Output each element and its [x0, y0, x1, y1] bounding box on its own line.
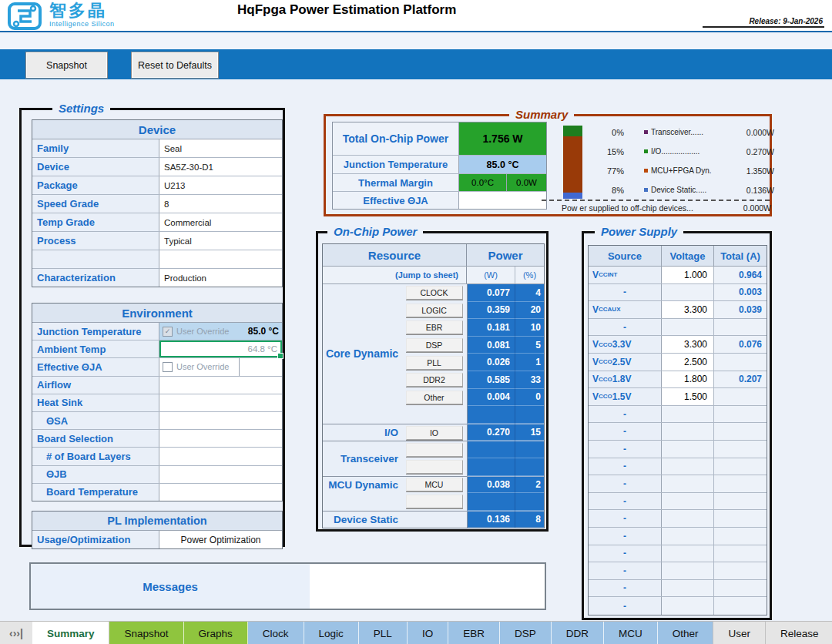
environment-row-value[interactable] [159, 430, 282, 447]
effective-oja-value[interactable] [239, 358, 282, 375]
device-row-value[interactable]: U213 [159, 176, 282, 194]
device-row [32, 250, 282, 269]
tab-logic[interactable]: Logic [304, 622, 359, 644]
device-row-value[interactable]: Production [159, 269, 282, 287]
environment-row-value[interactable] [159, 394, 282, 411]
power-voltage-value [662, 284, 714, 301]
power-source-prefix: - [623, 565, 626, 576]
environment-row-value[interactable] [159, 484, 282, 501]
onchip-button-cell: DDR2 [401, 371, 467, 389]
page-title: HqFpga Power Estimation Platform [237, 2, 456, 18]
power-total-value [714, 319, 767, 336]
onchip-group-label: Transceiver [323, 441, 401, 475]
onchip-sheet-button[interactable]: DDR2 [406, 373, 463, 387]
tab-ebr[interactable]: EBR [448, 622, 500, 644]
onchip-sheet-button[interactable] [406, 443, 463, 457]
environment-table: Environment Junction Temperature ✓ User … [32, 303, 283, 501]
tab-snapshot[interactable]: Snapshot [109, 622, 183, 644]
device-row-value[interactable]: Commercial [159, 213, 282, 231]
power-total-value [714, 597, 767, 615]
environment-row-value[interactable] [159, 377, 282, 394]
user-override-checkbox[interactable] [163, 362, 173, 372]
onchip-power-table: Resource Power (Jump to sheet) (W) (%) C… [322, 243, 545, 528]
power-total-value [714, 354, 767, 371]
onchip-sheet-button[interactable]: CLOCK [406, 286, 463, 300]
ambient-temp-label: Ambient Temp [32, 340, 159, 357]
legend-name: Transceiver...... [644, 128, 703, 136]
onchip-power-percent: 8 [515, 511, 544, 528]
tab-graphs[interactable]: Graphs [184, 622, 248, 644]
power-voltage-value: 3.300 [662, 301, 714, 318]
pl-implementation-table: PL Implementation Usage/Optimization Pow… [32, 511, 283, 549]
selection-fill-handle[interactable] [277, 353, 283, 359]
onchip-power-grid: Core DynamicI/OTransceiverMCU DynamicDev… [323, 284, 544, 528]
onchip-sheet-button[interactable] [406, 495, 463, 508]
usage-optimization-value[interactable]: Power Optimization [159, 531, 282, 548]
power-total-value [714, 458, 767, 475]
tab-user[interactable]: User [713, 622, 766, 644]
onchip-sheet-button[interactable]: EBR [406, 320, 463, 334]
settings-groupbox: Settings Device FamilySealDeviceSA5Z-30-… [19, 108, 285, 547]
voltage-column-header: Voltage [662, 246, 714, 266]
onchip-sheet-button[interactable]: MCU [406, 478, 463, 491]
tabs-scroll-last-icon[interactable]: ›| [16, 627, 23, 639]
legend-marker-icon [644, 149, 648, 153]
device-row-label: Temp Grade [32, 213, 159, 231]
total-onchip-power-value: 1.756 W [459, 122, 546, 155]
snapshot-button[interactable]: Snapshot [25, 52, 108, 79]
onchip-sheet-button[interactable]: LOGIC [406, 304, 463, 317]
power-source-prefix: - [623, 582, 626, 593]
power-source-subscript: CCINT [599, 271, 617, 278]
user-override-label: User Override [176, 327, 229, 336]
legend-marker-icon [644, 169, 648, 173]
logo-chip-icon [8, 2, 43, 31]
device-row-label: Device [32, 158, 159, 176]
tab-other[interactable]: Other [658, 622, 714, 644]
thermal-margin-label: Thermal Margin [333, 174, 459, 191]
power-supply-row: VCCO 1.5V1.500 [589, 388, 767, 406]
offchip-power-value: 0.000W [743, 203, 771, 213]
environment-row-value[interactable] [159, 448, 282, 465]
device-row-value[interactable]: Seal [159, 139, 282, 157]
ambient-temp-cell-selected[interactable]: 64.8 °C [159, 340, 282, 357]
user-override-checkbox[interactable]: ✓ [163, 327, 173, 337]
environment-row-value[interactable] [159, 466, 282, 483]
onchip-header-row: Resource Power [323, 244, 544, 267]
power-voltage-value [662, 423, 714, 440]
power-source-prefix: V [592, 304, 599, 315]
thermal-margin-row: Thermal Margin 0.0°C 0.0W [333, 174, 546, 192]
power-supply-row: - [589, 406, 767, 424]
device-row-value[interactable]: 8 [159, 195, 282, 213]
power-supply-row: - [589, 597, 767, 615]
tab-mcu[interactable]: MCU [604, 622, 658, 644]
onchip-sheet-button[interactable] [406, 460, 463, 474]
device-row-value[interactable]: SA5Z-30-D1 [159, 158, 282, 176]
power-total-value [714, 562, 767, 579]
environment-row-value[interactable] [159, 412, 282, 429]
junction-temperature-summary-value: 85.0 °C [459, 156, 546, 173]
power-supply-table: Source Voltage Total (A) VCCINT1.0000.96… [588, 245, 767, 615]
reset-to-defaults-button[interactable]: Reset to Defaults [131, 52, 219, 79]
tab-summary[interactable]: Summary [32, 622, 110, 644]
power-source-label: - [589, 475, 662, 492]
device-row-value[interactable] [159, 250, 282, 268]
onchip-sheet-button[interactable]: DSP [406, 338, 463, 352]
power-source-label: - [589, 493, 662, 510]
onchip-sheet-button[interactable]: Other [406, 391, 463, 404]
power-total-value: 0.003 [714, 284, 767, 301]
power-voltage-value: 1.000 [662, 267, 714, 283]
tab-ddr[interactable]: DDR [552, 622, 604, 644]
onchip-sheet-button[interactable]: PLL [406, 356, 463, 370]
junction-temperature-summary-label: Junction Temperature [333, 156, 459, 173]
tab-io[interactable]: IO [408, 622, 448, 644]
messages-content [310, 564, 545, 609]
environment-row-label: Board Selection [32, 430, 159, 447]
power-supply-row: - [589, 423, 767, 441]
tab-dsp[interactable]: DSP [500, 622, 552, 644]
logo-text: 智多晶 Intelligence Silicon [49, 2, 115, 28]
onchip-sheet-button[interactable]: IO [406, 426, 463, 440]
tab-clock[interactable]: Clock [248, 622, 304, 644]
tab-release[interactable]: Release [765, 622, 832, 644]
tab-pll[interactable]: PLL [359, 622, 408, 644]
device-row-value[interactable]: Typical [159, 232, 282, 250]
